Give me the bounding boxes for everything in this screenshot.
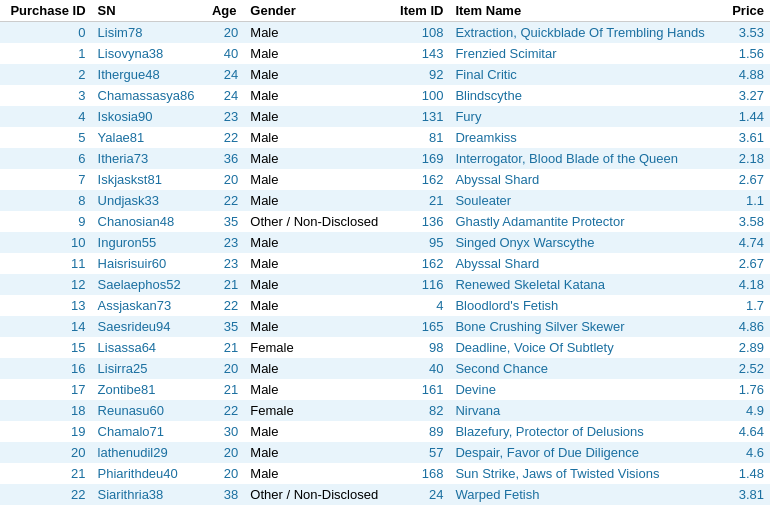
- table-cell: Chamalo71: [92, 421, 206, 442]
- table-cell: 2: [0, 64, 92, 85]
- table-cell: Bone Crushing Silver Skewer: [449, 316, 724, 337]
- table-cell: Zontibe81: [92, 379, 206, 400]
- table-cell: 21: [0, 463, 92, 484]
- col-header-sn: SN: [92, 0, 206, 22]
- table-cell: Other / Non-Disclosed: [244, 484, 391, 505]
- purchases-table: Purchase ID SN Age Gender Item ID Item N…: [0, 0, 770, 510]
- table-cell: Male: [244, 43, 391, 64]
- table-cell: Male: [244, 463, 391, 484]
- table-row: 7Iskjaskst8120Male162Abyssal Shard2.67: [0, 169, 770, 190]
- table-cell: 21: [206, 379, 244, 400]
- table-cell: Inguron55: [92, 232, 206, 253]
- table-cell: Frenzied Scimitar: [449, 43, 724, 64]
- table-cell: Renewed Skeletal Katana: [449, 274, 724, 295]
- table-cell: Male: [244, 274, 391, 295]
- table-cell: 4: [0, 106, 92, 127]
- table-row: 5Yalae8122Male81Dreamkiss3.61: [0, 127, 770, 148]
- table-cell: Siarithria38: [92, 484, 206, 505]
- col-header-item-name: Item Name: [449, 0, 724, 22]
- table-row: 19Chamalo7130Male89Blazefury, Protector …: [0, 421, 770, 442]
- table-cell: 40: [206, 505, 244, 510]
- col-header-price: Price: [724, 0, 770, 22]
- table-row: 16Lisirra2520Male40Second Chance2.52: [0, 358, 770, 379]
- table-row: 20lathenudil2920Male57Despair, Favor of …: [0, 442, 770, 463]
- table-cell: 4.18: [724, 274, 770, 295]
- table-row: 0Lisim7820Male108Extraction, Quickblade …: [0, 22, 770, 44]
- table-row: 9Chanosian4835Other / Non-Disclosed136Gh…: [0, 211, 770, 232]
- table-cell: Male: [244, 358, 391, 379]
- table-cell: Warped Fetish: [449, 484, 724, 505]
- table-cell: Nirvana: [449, 400, 724, 421]
- table-row: 1Lisovyna3840Male143Frenzied Scimitar1.5…: [0, 43, 770, 64]
- table-cell: 4.88: [724, 64, 770, 85]
- table-cell: 151: [391, 505, 449, 510]
- table-cell: 1.48: [724, 463, 770, 484]
- table-cell: 3.53: [724, 22, 770, 44]
- table-cell: 168: [391, 463, 449, 484]
- table-cell: 21: [391, 190, 449, 211]
- table-cell: Yalae81: [92, 127, 206, 148]
- table-cell: 82: [391, 400, 449, 421]
- table-cell: Undjask33: [92, 190, 206, 211]
- table-cell: Chamassasya86: [92, 85, 206, 106]
- table-cell: 1.7: [724, 295, 770, 316]
- table-cell: Reunasu60: [92, 400, 206, 421]
- table-cell: 3.81: [724, 484, 770, 505]
- table-row: 6Itheria7336Male169Interrogator, Blood B…: [0, 148, 770, 169]
- table-cell: Male: [244, 106, 391, 127]
- table-cell: Final Critic: [449, 64, 724, 85]
- table-cell: Abyssal Shard: [449, 169, 724, 190]
- table-cell: 23: [0, 505, 92, 510]
- table-cell: Saesrideu94: [92, 316, 206, 337]
- table-cell: Male: [244, 190, 391, 211]
- table-cell: 108: [391, 22, 449, 44]
- table-cell: 92: [391, 64, 449, 85]
- table-cell: Iskosia90: [92, 106, 206, 127]
- table-cell: 2.52: [724, 358, 770, 379]
- table-row: 3Chamassasya8624Male100Blindscythe3.27: [0, 85, 770, 106]
- table-cell: 162: [391, 169, 449, 190]
- table-cell: Phiarithdeu40: [92, 463, 206, 484]
- table-cell: 20: [206, 169, 244, 190]
- table-cell: Second Chance: [449, 358, 724, 379]
- table-cell: Assjaskan73: [92, 295, 206, 316]
- table-cell: Bloodlord's Fetish: [449, 295, 724, 316]
- table-cell: 6: [0, 148, 92, 169]
- table-cell: Male: [244, 169, 391, 190]
- table-cell: 4.6: [724, 442, 770, 463]
- table-cell: Male: [244, 421, 391, 442]
- table-cell: 116: [391, 274, 449, 295]
- table-cell: lathenudil29: [92, 442, 206, 463]
- table-cell: 161: [391, 379, 449, 400]
- table-row: 11Haisrisuir6023Male162Abyssal Shard2.67: [0, 253, 770, 274]
- table-cell: 136: [391, 211, 449, 232]
- table-cell: Lisassa64: [92, 337, 206, 358]
- table-row: 14Saesrideu9435Male165Bone Crushing Silv…: [0, 316, 770, 337]
- table-cell: Haisrisuir60: [92, 253, 206, 274]
- table-cell: Deadline, Voice Of Subtlety: [449, 337, 724, 358]
- table-cell: 162: [391, 253, 449, 274]
- table-cell: Interrogator, Blood Blade of the Queen: [449, 148, 724, 169]
- table-cell: 14: [0, 316, 92, 337]
- table-row: 21Phiarithdeu4020Male168Sun Strike, Jaws…: [0, 463, 770, 484]
- table-cell: 2.18: [724, 148, 770, 169]
- table-cell: Male: [244, 22, 391, 44]
- table-cell: 3.4: [724, 505, 770, 510]
- table-cell: 98: [391, 337, 449, 358]
- table-cell: Sun Strike, Jaws of Twisted Visions: [449, 463, 724, 484]
- table-cell: 22: [206, 127, 244, 148]
- table-cell: Dreamkiss: [449, 127, 724, 148]
- table-cell: 165: [391, 316, 449, 337]
- table-cell: 143: [391, 43, 449, 64]
- table-cell: 19: [0, 421, 92, 442]
- table-cell: Chanosian48: [92, 211, 206, 232]
- table-cell: 131: [391, 106, 449, 127]
- table-row: 4Iskosia9023Male131Fury1.44: [0, 106, 770, 127]
- table-cell: 15: [0, 337, 92, 358]
- col-header-purchase-id: Purchase ID: [0, 0, 92, 22]
- table-cell: 22: [0, 484, 92, 505]
- table-row: 17Zontibe8121Male161Devine1.76: [0, 379, 770, 400]
- table-row: 12Saelaephos5221Male116Renewed Skeletal …: [0, 274, 770, 295]
- table-cell: Male: [244, 379, 391, 400]
- table-cell: Ithergue48: [92, 64, 206, 85]
